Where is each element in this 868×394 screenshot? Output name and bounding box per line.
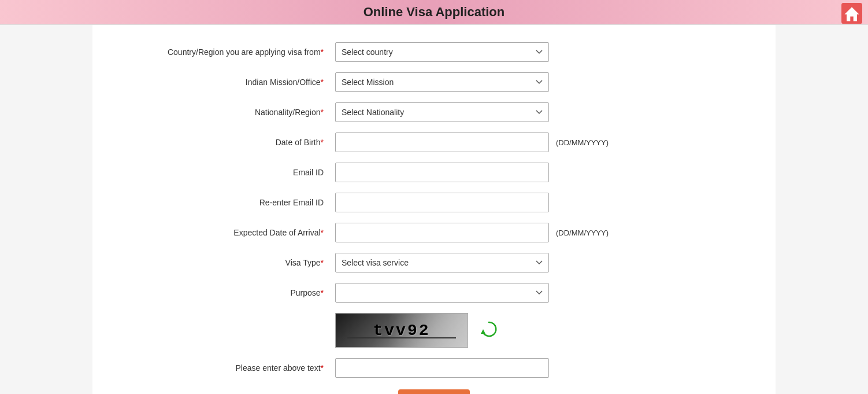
email-input[interactable] xyxy=(335,163,549,182)
home-icon-container[interactable] xyxy=(841,3,862,26)
captcha-input[interactable] xyxy=(335,358,549,378)
captcha-refresh-button[interactable] xyxy=(480,320,498,341)
re-email-input[interactable] xyxy=(335,193,549,212)
mission-select[interactable]: Select Mission xyxy=(335,72,549,92)
arrival-required-star: * xyxy=(321,228,324,237)
svg-marker-2 xyxy=(481,329,485,334)
nationality-label: Nationality/Region* xyxy=(116,107,335,117)
country-label: Country/Region you are applying visa fro… xyxy=(116,47,335,57)
dob-input[interactable] xyxy=(335,132,549,152)
home-icon[interactable] xyxy=(841,3,862,24)
purpose-required-star: * xyxy=(321,288,324,297)
arrival-label: Expected Date of Arrival* xyxy=(116,227,335,238)
email-label: Email ID xyxy=(116,167,335,178)
visa-type-label: Visa Type* xyxy=(116,257,335,268)
arrival-row: Expected Date of Arrival* (DD/MM/YYYY) xyxy=(116,223,752,242)
visa-type-select[interactable]: Select visa service xyxy=(335,253,549,273)
arrival-hint: (DD/MM/YYYY) xyxy=(556,229,609,237)
form-container: Country/Region you are applying visa fro… xyxy=(92,36,776,394)
mission-label: Indian Mission/Office* xyxy=(116,77,335,87)
continue-row: Continue xyxy=(116,389,752,394)
country-required-star: * xyxy=(321,47,324,57)
country-select[interactable]: Select country xyxy=(335,42,549,62)
arrival-input[interactable] xyxy=(335,223,549,242)
captcha-required-star: * xyxy=(321,363,324,373)
main-content: Country/Region you are applying visa fro… xyxy=(92,25,776,394)
purpose-row: Purpose* xyxy=(116,283,752,303)
captcha-line xyxy=(347,337,456,338)
re-email-label: Re-enter Email ID xyxy=(116,197,335,208)
continue-button[interactable]: Continue xyxy=(398,389,470,394)
mission-row: Indian Mission/Office* Select Mission xyxy=(116,72,752,92)
captcha-input-label: Please enter above text* xyxy=(116,363,335,373)
header-bar: Online Visa Application xyxy=(0,0,868,25)
nationality-required-star: * xyxy=(321,108,324,117)
page-title: Online Visa Application xyxy=(0,5,868,20)
captcha-image-row: tvv92 xyxy=(116,313,752,348)
mission-required-star: * xyxy=(321,78,324,87)
email-row: Email ID xyxy=(116,163,752,182)
dob-hint: (DD/MM/YYYY) xyxy=(556,138,609,147)
captcha-text-display: tvv92 xyxy=(373,322,430,340)
dob-row: Date of Birth* (DD/MM/YYYY) xyxy=(116,132,752,152)
refresh-icon[interactable] xyxy=(480,320,498,338)
nationality-row: Nationality/Region* Select Nationality xyxy=(116,102,752,122)
captcha-input-row: Please enter above text* xyxy=(116,358,752,378)
visa-type-row: Visa Type* Select visa service xyxy=(116,253,752,273)
nationality-select[interactable]: Select Nationality xyxy=(335,102,549,122)
purpose-label: Purpose* xyxy=(116,288,335,298)
re-email-row: Re-enter Email ID xyxy=(116,193,752,212)
dob-label: Date of Birth* xyxy=(116,137,335,148)
visa-type-required-star: * xyxy=(321,258,324,267)
dob-required-star: * xyxy=(321,138,324,147)
captcha-image: tvv92 xyxy=(335,313,468,348)
page-wrapper: Online Visa Application Country/Region y… xyxy=(0,0,868,394)
purpose-select[interactable] xyxy=(335,283,549,303)
country-row: Country/Region you are applying visa fro… xyxy=(116,42,752,62)
